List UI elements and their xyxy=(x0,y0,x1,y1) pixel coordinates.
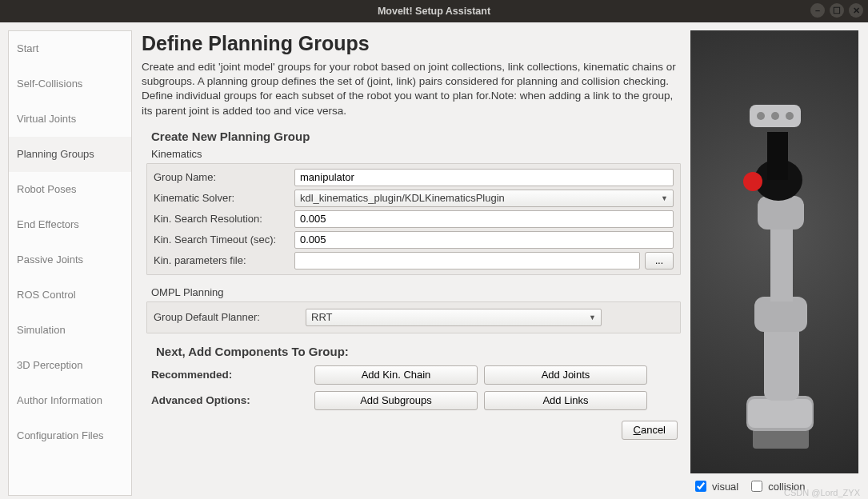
svg-point-11 xyxy=(757,112,765,120)
advanced-label: Advanced Options: xyxy=(151,394,311,406)
svg-point-13 xyxy=(786,112,794,120)
next-heading: Next, Add Components To Group: xyxy=(156,345,681,358)
browse-params-button[interactable]: ... xyxy=(645,252,674,269)
maximize-icon[interactable]: ☐ xyxy=(830,3,844,18)
sidebar: Start Self-Collisions Virtual Joints Pla… xyxy=(8,30,132,496)
ompl-heading: OMPL Planning xyxy=(151,286,681,298)
svg-rect-5 xyxy=(770,225,793,301)
watermark: CSDN @Lord_ZYX xyxy=(784,488,860,497)
create-group-heading: Create New Planning Group xyxy=(151,130,681,143)
svg-point-9 xyxy=(743,172,762,191)
params-file-label: Kin. parameters file: xyxy=(154,254,294,266)
robot-3d-viewer[interactable] xyxy=(690,30,858,473)
chevron-down-icon: ▼ xyxy=(589,313,596,321)
sidebar-item-3d-perception[interactable]: 3D Perception xyxy=(9,348,131,383)
sidebar-item-self-collisions[interactable]: Self-Collisions xyxy=(9,66,131,102)
sidebar-item-start[interactable]: Start xyxy=(9,31,131,66)
group-name-label: Group Name: xyxy=(154,171,294,183)
window-title: MoveIt! Setup Assistant xyxy=(378,6,490,17)
kin-solver-dropdown[interactable]: kdl_kinematics_plugin/KDLKinematicsPlugi… xyxy=(294,190,674,207)
kinematics-group: Group Name: Kinematic Solver: kdl_kinema… xyxy=(146,163,681,275)
kin-solver-label: Kinematic Solver: xyxy=(154,192,294,204)
group-name-input[interactable] xyxy=(294,169,674,186)
sidebar-item-configuration-files[interactable]: Configuration Files xyxy=(9,418,131,453)
recommended-label: Recommended: xyxy=(151,369,311,381)
sidebar-item-ros-control[interactable]: ROS Control xyxy=(9,277,131,313)
sidebar-item-robot-poses[interactable]: Robot Poses xyxy=(9,172,131,207)
sidebar-item-author-information[interactable]: Author Information xyxy=(9,383,131,418)
svg-rect-6 xyxy=(758,196,804,230)
svg-point-12 xyxy=(771,112,779,120)
sidebar-item-end-effectors[interactable]: End Effectors xyxy=(9,207,131,242)
params-file-input[interactable] xyxy=(294,252,640,269)
visual-checkbox[interactable]: visual xyxy=(692,478,738,494)
sidebar-item-virtual-joints[interactable]: Virtual Joints xyxy=(9,102,131,137)
default-planner-label: Group Default Planner: xyxy=(154,311,306,323)
search-timeout-input[interactable] xyxy=(294,231,674,249)
cancel-button[interactable]: Cancel xyxy=(622,421,678,440)
visual-checkbox-label: visual xyxy=(712,481,738,493)
title-bar: MoveIt! Setup Assistant – ☐ ✕ xyxy=(0,0,868,22)
sidebar-item-planning-groups[interactable]: Planning Groups xyxy=(9,137,131,172)
svg-rect-8 xyxy=(767,132,788,180)
sidebar-item-passive-joints[interactable]: Passive Joints xyxy=(9,242,131,277)
collision-checkbox-input[interactable] xyxy=(751,481,762,492)
close-icon[interactable]: ✕ xyxy=(849,3,863,18)
search-res-label: Kin. Search Resolution: xyxy=(154,213,294,225)
default-planner-value: RRT xyxy=(311,311,332,323)
chevron-down-icon: ▼ xyxy=(661,194,668,202)
add-joints-button[interactable]: Add Joints xyxy=(484,365,647,385)
add-links-button[interactable]: Add Links xyxy=(484,391,647,410)
add-subgroups-button[interactable]: Add Subgroups xyxy=(314,391,478,410)
search-timeout-label: Kin. Search Timeout (sec): xyxy=(154,234,294,246)
add-kin-chain-button[interactable]: Add Kin. Chain xyxy=(314,365,478,385)
ompl-group: Group Default Planner: RRT ▼ xyxy=(146,301,681,333)
svg-rect-2 xyxy=(748,399,812,428)
page-title: Define Planning Groups xyxy=(142,32,681,55)
default-planner-dropdown[interactable]: RRT ▼ xyxy=(306,309,602,326)
kin-solver-value: kdl_kinematics_plugin/KDLKinematicsPlugi… xyxy=(300,192,505,204)
svg-rect-3 xyxy=(764,324,799,401)
visual-checkbox-input[interactable] xyxy=(695,481,706,492)
search-res-input[interactable] xyxy=(294,210,674,228)
svg-rect-4 xyxy=(754,297,807,332)
minimize-icon[interactable]: – xyxy=(810,3,825,18)
sidebar-item-simulation[interactable]: Simulation xyxy=(9,313,131,348)
robot-model-icon xyxy=(690,30,858,473)
page-description: Create and edit 'joint model' groups for… xyxy=(142,60,681,118)
kinematics-label: Kinematics xyxy=(151,148,681,160)
